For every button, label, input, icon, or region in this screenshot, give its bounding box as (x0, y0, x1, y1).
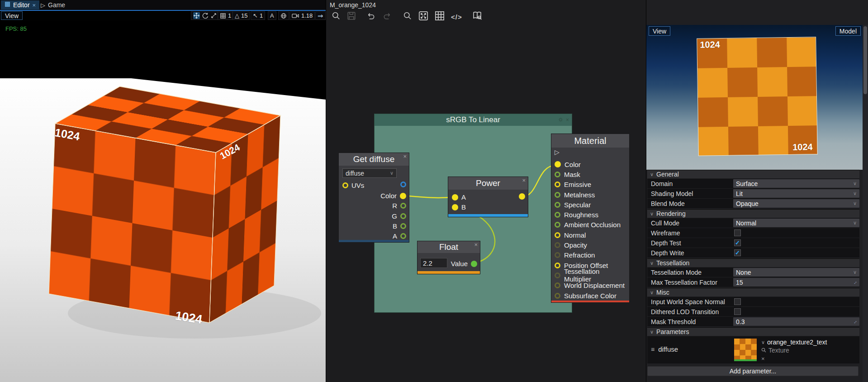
pin-uvs[interactable] (342, 182, 348, 188)
pin-roughness[interactable] (555, 212, 560, 218)
pin-emissive[interactable] (555, 181, 560, 187)
texture-thumbnail[interactable] (734, 339, 757, 361)
depth-write-checkbox[interactable]: ✓ (734, 249, 741, 256)
translate-gizmo-button[interactable] (193, 12, 200, 19)
close-icon[interactable]: × (522, 177, 526, 184)
pin-mask[interactable] (555, 172, 560, 177)
redo-icon[interactable] (382, 11, 392, 22)
chevron-down-icon: ∨ (853, 201, 857, 206)
wireframe-checkbox[interactable] (734, 229, 741, 236)
pin-material-color[interactable] (555, 161, 561, 167)
scale-snap-group[interactable]: ↖ 1 (251, 11, 265, 20)
section-misc[interactable]: ∨ Misc (647, 288, 859, 296)
parameter-select-dropdown[interactable]: diffuse ∨ (342, 168, 397, 178)
close-icon[interactable]: × (403, 153, 407, 160)
node-title[interactable]: Float × (417, 241, 480, 253)
depth-test-checkbox[interactable]: ✓ (734, 239, 741, 246)
section-tessellation[interactable]: ∨ Tessellation (647, 258, 859, 267)
drag-handle-icon[interactable]: ↕ (853, 279, 858, 285)
rotation-snap-group[interactable]: △ 15 (232, 11, 250, 20)
pin-refraction[interactable] (555, 252, 560, 258)
close-icon[interactable]: × (474, 241, 478, 248)
gear-icon[interactable] (558, 114, 563, 126)
blend-mode-dropdown[interactable]: Opaque∨ (733, 199, 859, 208)
dithered-lod-transition-checkbox[interactable] (734, 308, 741, 315)
node-material[interactable]: Material ▷ Color Mask Emissive Metalness… (551, 134, 629, 302)
scene-3d-view[interactable]: 1024 1024 1024 (0, 0, 326, 382)
drag-handle-icon[interactable]: ↕ (853, 319, 858, 324)
node-get-diffuse[interactable]: Get diffuse × diffuse ∨ UVs Color (339, 153, 409, 242)
pin-blue[interactable] (400, 181, 406, 187)
docs-book-icon[interactable] (471, 11, 483, 23)
world-space-button[interactable] (278, 11, 289, 20)
texture-asset-name[interactable]: orange_texture2_text (767, 339, 827, 346)
shading-model-dropdown[interactable]: Lit∨ (733, 189, 859, 198)
node-graph-canvas[interactable]: sRGB To Linear × Get diffu (326, 0, 646, 382)
max-tessellation-input[interactable]: 15↕ (733, 278, 859, 286)
pin-opacity[interactable] (555, 242, 560, 248)
node-title[interactable]: Get diffuse × (339, 153, 409, 166)
pin-subsurface-color[interactable] (555, 293, 560, 299)
panel-scrollbar[interactable] (863, 25, 868, 382)
pin-world-displacement[interactable] (555, 282, 560, 288)
pin-ambient-occlusion[interactable] (555, 222, 560, 228)
node-float[interactable]: Float × 2.2 Value (417, 241, 480, 274)
grid-icon[interactable] (435, 11, 445, 23)
pin-power-out[interactable] (519, 193, 525, 200)
exec-pin-icon[interactable]: ▷ (555, 148, 560, 156)
pin-metalness[interactable] (555, 192, 560, 198)
fit-view-icon[interactable] (418, 11, 428, 23)
group-header[interactable]: sRGB To Linear × (375, 114, 572, 126)
node-title[interactable]: Power × (448, 177, 528, 190)
domain-dropdown[interactable]: Surface∨ (733, 179, 859, 188)
preview-model-button[interactable]: Model (835, 26, 861, 36)
chevron-down-icon[interactable]: ∨ (761, 339, 765, 345)
expand-toolbar-button[interactable]: ⇒ (315, 11, 326, 20)
pin-r[interactable] (400, 203, 406, 209)
remove-texture-icon[interactable]: × (761, 355, 765, 362)
grid-snap-group[interactable]: 1 (218, 11, 233, 20)
menu-icon[interactable]: ≡ (651, 346, 655, 353)
node-power[interactable]: Power × A B (448, 177, 528, 217)
save-icon[interactable] (347, 11, 356, 22)
pin-power-a[interactable] (452, 194, 458, 201)
add-parameter-button[interactable]: Add parameter... (647, 366, 859, 376)
pin-g[interactable] (400, 213, 406, 219)
tab-editor[interactable]: Editor × (1, 0, 39, 10)
zoom-icon[interactable] (403, 11, 412, 22)
search-icon[interactable] (761, 346, 766, 354)
section-rendering[interactable]: ∨ Rendering (647, 209, 859, 218)
undo-icon[interactable] (366, 11, 376, 22)
close-icon[interactable]: × (33, 2, 36, 9)
pin-specular[interactable] (555, 202, 560, 208)
view-menu-button[interactable]: View (1, 11, 23, 20)
pin-normal[interactable] (555, 232, 560, 238)
scale-gizmo-button[interactable] (210, 12, 217, 19)
search-icon[interactable] (332, 11, 341, 22)
pin-power-b[interactable] (452, 204, 458, 210)
pin-position-offset[interactable] (555, 263, 560, 268)
close-icon[interactable]: × (566, 114, 569, 126)
mask-threshold-input[interactable]: 0.3↕ (733, 317, 859, 326)
pivot-mode-button[interactable]: A (268, 11, 276, 20)
section-parameters[interactable]: ∨ Parameters (647, 327, 859, 336)
section-general[interactable]: ∨ General (647, 170, 859, 178)
pin-color[interactable] (400, 193, 406, 199)
material-preview-viewport[interactable]: 1024 1024 View Model (646, 25, 863, 170)
node-title[interactable]: Material (551, 134, 629, 148)
scrollbar-thumb[interactable] (863, 26, 867, 94)
pin-row-world-displacement: World Displacement (555, 281, 627, 291)
pin-b[interactable] (400, 223, 406, 229)
input-world-space-normal-checkbox[interactable] (734, 298, 741, 305)
rotate-gizmo-button[interactable] (202, 12, 209, 19)
pin-float-value[interactable] (471, 261, 477, 267)
tessellation-mode-dropdown[interactable]: None∨ (733, 268, 859, 277)
preview-view-button[interactable]: View (649, 26, 670, 36)
pin-tessellation-multiplier[interactable] (555, 272, 560, 278)
code-view-icon[interactable]: </> (451, 13, 462, 21)
cull-mode-dropdown[interactable]: Normal∨ (733, 219, 859, 227)
camera-speed-group[interactable]: 1.18 (289, 11, 315, 20)
float-value-input[interactable]: 2.2 (420, 258, 447, 268)
pin-a[interactable] (400, 233, 406, 239)
tab-game[interactable]: ▷ Game (37, 0, 69, 10)
